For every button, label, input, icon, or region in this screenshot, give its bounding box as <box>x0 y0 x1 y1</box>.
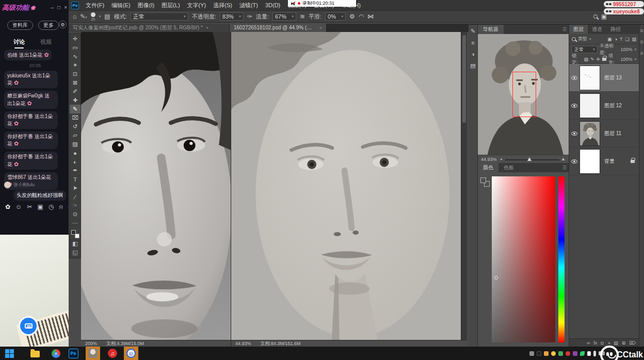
shape-tool-icon[interactable]: ∕ <box>70 192 81 201</box>
vertical-scrollbar[interactable] <box>461 32 467 340</box>
saturation-brightness-square[interactable] <box>492 176 555 342</box>
doc1-zoom-level[interactable]: 200% <box>85 341 97 346</box>
lock-position-icon[interactable]: ✛ <box>596 57 600 62</box>
maximize-button[interactable]: □ <box>57 5 60 10</box>
layer-row-11[interactable]: 图层 11 <box>569 120 639 148</box>
quick-mask-icon[interactable]: ◧ <box>70 239 81 248</box>
filter-adjustment-icon[interactable]: ◑ <box>614 37 617 42</box>
tray-icon[interactable] <box>551 351 556 356</box>
brush-tool-icon[interactable]: ✎ <box>70 105 81 113</box>
layer-row-12[interactable]: 图层 12 <box>569 92 639 120</box>
layer-13-name[interactable]: 图层 13 <box>604 74 622 81</box>
layer-11-name[interactable]: 图层 11 <box>604 130 621 137</box>
layer-row-background[interactable]: 背景 <box>569 148 639 175</box>
menu-item[interactable]: 文字(Y) <box>184 0 210 10</box>
avatar[interactable] <box>4 182 11 188</box>
panel-menu-icon[interactable]: ☰ <box>562 27 567 32</box>
navigator-zoom-value[interactable]: 44.93% <box>481 157 497 162</box>
menu-item[interactable]: 3D(D) <box>262 0 284 10</box>
brush-panel-toggle-icon[interactable]: ▤ <box>104 13 110 20</box>
minimize-button[interactable]: – <box>51 5 54 10</box>
type-tool-icon[interactable]: T <box>70 175 81 184</box>
lock-transparent-icon[interactable]: ▨ <box>584 57 588 62</box>
chat-message-list[interactable]: 伯雄 送出1朵花 ✿ 20:05 yukiueu5x 送出1朵花 ✿ 糖豆麻袋F… <box>4 50 66 200</box>
tray-phone-icon[interactable] <box>587 351 591 356</box>
pressure-opacity-icon[interactable]: ✑ <box>247 13 252 20</box>
quick-select-tool-icon[interactable]: ✶ <box>70 61 81 70</box>
history-clock-icon[interactable]: ◷ <box>49 203 54 210</box>
start-button[interactable] <box>4 348 14 358</box>
opacity-input[interactable]: 83%▾ <box>220 12 244 21</box>
tab-navigator[interactable]: 导航器 <box>478 25 504 34</box>
collapsed-panel-icon[interactable]: ☰ <box>640 52 643 56</box>
layer-visibility-icon[interactable] <box>571 132 577 136</box>
layer-row-13[interactable]: 图层 13 <box>569 64 639 92</box>
lock-all-icon[interactable] <box>602 58 606 61</box>
brush-tool-preset-icon[interactable]: ✎▾ <box>80 13 87 20</box>
layer-12-thumbnail[interactable] <box>579 93 600 118</box>
tray-icon[interactable] <box>558 351 563 356</box>
send-flower-icon[interactable]: ✿ <box>5 203 10 210</box>
image-icon[interactable]: ▣ <box>37 203 43 210</box>
menu-item[interactable]: 文件(F) <box>82 0 108 10</box>
navigator-proxy-view-box[interactable] <box>512 72 536 118</box>
canvas-reference-photo[interactable] <box>81 32 231 340</box>
username[interactable]: 张小刚lulu <box>13 182 35 188</box>
close-button[interactable]: × <box>64 5 67 10</box>
layer-visibility-icon[interactable] <box>571 104 577 108</box>
tab-discussion[interactable]: 讨论 <box>13 38 25 46</box>
tray-icon[interactable] <box>529 351 534 356</box>
emoji-icon[interactable]: ☺ <box>15 203 22 210</box>
foreground-color-chip[interactable] <box>71 230 76 235</box>
gradient-tool-icon[interactable]: ▨ <box>70 140 81 149</box>
brush-angle-icon[interactable]: ◠ <box>359 13 364 20</box>
color-picker-marker[interactable] <box>494 276 498 280</box>
libraries-icon[interactable]: ▤ <box>470 62 475 69</box>
photoshop-taskbar-icon[interactable]: Ps <box>68 348 78 358</box>
add-mask-icon[interactable]: ◘ <box>601 340 603 346</box>
share-icon[interactable]: ➦ <box>68 203 69 210</box>
navigator-zoom-slider[interactable]: ▲ ▲ <box>500 157 566 162</box>
menu-item[interactable]: 滤镜(T) <box>236 0 262 10</box>
healing-brush-tool-icon[interactable]: ✚ <box>70 96 81 105</box>
menu-item[interactable]: 图像(I) <box>134 0 158 10</box>
document-tab-2[interactable]: 1602726518102.psd @ 44.9% (图层 13, RGB/8#… <box>230 24 327 32</box>
tab-color[interactable]: 颜色 <box>478 163 498 172</box>
clone-source-icon[interactable]: ≡ <box>471 40 474 46</box>
lasso-tool-icon[interactable]: ∿ <box>70 52 81 61</box>
canvas-painting[interactable] <box>231 32 461 340</box>
adjustments-icon[interactable]: ◑ <box>471 51 475 57</box>
background-layer-thumbnail[interactable] <box>579 149 600 174</box>
library-button[interactable]: 资料库 <box>7 21 33 30</box>
music-app-icon[interactable]: ♫ <box>107 348 118 358</box>
muted-speaker-icon[interactable] <box>291 2 296 6</box>
tab-channels[interactable]: 通道 <box>588 25 606 34</box>
collapsed-panel-icon[interactable]: ☰ <box>640 29 643 33</box>
tray-icon[interactable] <box>580 351 585 356</box>
close-tab-icon[interactable]: × <box>319 25 322 30</box>
clone-stamp-tool-icon[interactable]: ⌧ <box>70 113 81 122</box>
airbrush-icon[interactable]: ≋ <box>300 13 305 20</box>
smoothing-options-gear-icon[interactable]: ⚙ <box>349 13 355 20</box>
edit-toolbar-icon[interactable]: ⋯ <box>70 219 81 227</box>
filter-kind-label[interactable]: 类型 <box>578 36 587 42</box>
layer-search-icon[interactable] <box>572 37 576 41</box>
zoom-tool-icon[interactable]: ⊙ <box>70 210 81 219</box>
symmetry-icon[interactable]: ⋈ <box>367 13 374 20</box>
background-layer-name[interactable]: 背景 <box>604 158 615 165</box>
layer-12-name[interactable]: 图层 12 <box>604 102 622 109</box>
screen-mode-icon[interactable]: ◱ <box>70 248 81 257</box>
tab-layers[interactable]: 图层 <box>569 25 588 34</box>
eyedropper-tool-icon[interactable]: ✐ <box>70 87 81 96</box>
browser-icon[interactable] <box>51 348 61 358</box>
fill-value[interactable]: 100% <box>620 57 632 62</box>
layer-13-thumbnail[interactable] <box>579 66 600 90</box>
new-group-icon[interactable]: ▤ <box>614 340 618 346</box>
navigator-preview[interactable] <box>478 34 569 155</box>
link-layers-icon[interactable]: ∞ <box>587 340 590 346</box>
scissors-icon[interactable]: ✂ <box>27 203 32 210</box>
streaming-app-icon[interactable] <box>86 347 100 360</box>
mode-select[interactable]: 正常▾ <box>131 12 188 21</box>
tray-microphone-icon[interactable] <box>593 351 596 356</box>
misc-app-icon[interactable]: ◎ <box>124 347 138 360</box>
